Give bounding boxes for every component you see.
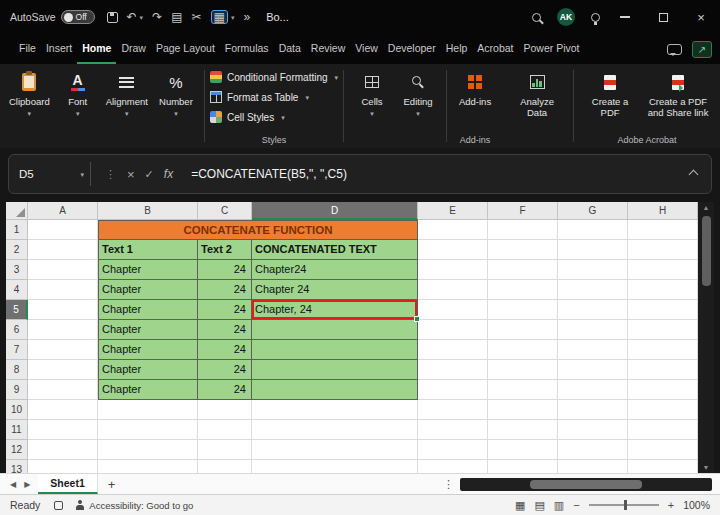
cell[interactable] [198, 460, 252, 473]
cell-C5[interactable]: 24 [198, 300, 252, 320]
minimize-button[interactable] [606, 0, 644, 34]
cell[interactable] [488, 400, 558, 420]
row-header-12[interactable]: 12 [6, 440, 28, 460]
conditional-formatting-button[interactable]: Conditional Formatting ▾ [210, 68, 338, 86]
col-header-H[interactable]: H [628, 202, 698, 220]
zoom-slider[interactable] [589, 504, 659, 506]
zoom-level[interactable]: 100% [683, 499, 710, 511]
cell[interactable] [488, 240, 558, 260]
cell[interactable] [558, 400, 628, 420]
cell[interactable] [98, 440, 198, 460]
create-pdf-share-button[interactable]: Create a PDF and Share link [641, 68, 715, 122]
cell[interactable] [418, 300, 488, 320]
cell[interactable] [28, 380, 98, 400]
tab-view[interactable]: View [350, 34, 383, 64]
cell[interactable] [28, 220, 98, 240]
cut-icon[interactable]: ✂ [192, 11, 202, 23]
number-group-button[interactable]: % Number ▾ [153, 68, 199, 146]
maximize-button[interactable] [644, 0, 682, 34]
cell[interactable] [28, 420, 98, 440]
row-header-6[interactable]: 6 [6, 320, 28, 340]
cell-B9[interactable]: Chapter [98, 380, 198, 400]
more-dots-icon[interactable]: ⋮ [443, 474, 454, 494]
cell[interactable] [558, 300, 628, 320]
cell-B5[interactable]: Chapter [98, 300, 198, 320]
insert-function-icon[interactable]: fx [164, 167, 173, 181]
cell-D8[interactable] [252, 360, 418, 380]
analyze-data-button[interactable]: Analyze Data [506, 68, 568, 146]
row-header-13[interactable]: 13 [6, 460, 28, 473]
cell[interactable] [418, 380, 488, 400]
cell-C9[interactable]: 24 [198, 380, 252, 400]
horizontal-scrollbar[interactable] [460, 478, 712, 491]
alignment-group-button[interactable]: Alignment ▾ [101, 68, 153, 146]
col-header-F[interactable]: F [488, 202, 558, 220]
sheet-tab-sheet1[interactable]: Sheet1 [38, 474, 97, 494]
paste-icon[interactable]: ▦ [211, 10, 228, 24]
cell[interactable] [98, 460, 198, 473]
vertical-scrollbar-thumb[interactable] [702, 216, 711, 286]
cell[interactable] [558, 240, 628, 260]
cell[interactable] [28, 240, 98, 260]
page-break-view-icon[interactable]: ▥ [554, 500, 564, 511]
cell[interactable] [198, 400, 252, 420]
cell[interactable] [558, 220, 628, 240]
cell[interactable] [628, 220, 698, 240]
cell[interactable] [558, 380, 628, 400]
cell[interactable] [488, 220, 558, 240]
cell[interactable] [628, 280, 698, 300]
cell[interactable] [488, 340, 558, 360]
row-header-5[interactable]: 5 [6, 300, 28, 320]
col-header-D[interactable]: D [252, 202, 418, 220]
cell[interactable] [98, 400, 198, 420]
undo-chevron-icon[interactable]: ▾ [140, 14, 144, 21]
tab-review[interactable]: Review [306, 34, 350, 64]
cell[interactable] [558, 280, 628, 300]
name-box[interactable]: D5 ▾ [19, 162, 91, 186]
cell[interactable] [488, 320, 558, 340]
cell[interactable] [198, 420, 252, 440]
cell[interactable] [628, 300, 698, 320]
scroll-up-icon[interactable]: ▲ [703, 204, 710, 211]
cell[interactable] [418, 420, 488, 440]
enter-icon[interactable]: ✓ [145, 168, 154, 181]
format-as-table-button[interactable]: Format as Table ▾ [210, 88, 338, 106]
tab-home[interactable]: Home [77, 34, 116, 64]
horizontal-scrollbar-thumb[interactable] [530, 480, 642, 489]
prev-sheet-icon[interactable]: ◀ [10, 480, 16, 489]
cell[interactable] [488, 280, 558, 300]
cell[interactable] [488, 360, 558, 380]
cell-D2[interactable]: CONCATENATED TEXT [252, 240, 418, 260]
cell[interactable] [252, 400, 418, 420]
cell[interactable] [628, 260, 698, 280]
cell-C4[interactable]: 24 [198, 280, 252, 300]
cell[interactable] [418, 220, 488, 240]
row-header-9[interactable]: 9 [6, 380, 28, 400]
cell-D7[interactable] [252, 340, 418, 360]
cell[interactable] [28, 440, 98, 460]
cell-C7[interactable]: 24 [198, 340, 252, 360]
fill-handle[interactable] [414, 316, 420, 322]
addins-button[interactable]: Add-ins [452, 68, 498, 110]
cell-D9[interactable] [252, 380, 418, 400]
zoom-slider-thumb[interactable] [624, 500, 627, 510]
cell-B1-merged-title[interactable]: CONCATENATE FUNCTION [98, 220, 418, 240]
collapse-formula-bar-icon[interactable] [689, 169, 699, 179]
col-header-B[interactable]: B [98, 202, 198, 220]
row-header-2[interactable]: 2 [6, 240, 28, 260]
cell[interactable] [418, 260, 488, 280]
scroll-down-icon[interactable]: ▼ [703, 464, 710, 471]
row-header-11[interactable]: 11 [6, 420, 28, 440]
cell[interactable] [558, 360, 628, 380]
cell[interactable] [628, 400, 698, 420]
cell[interactable] [252, 460, 418, 473]
paste-chevron-icon[interactable]: ▾ [231, 14, 235, 21]
tab-file[interactable]: File [14, 34, 41, 64]
col-header-A[interactable]: A [28, 202, 98, 220]
tab-developer[interactable]: Developer [383, 34, 441, 64]
cell[interactable] [628, 340, 698, 360]
share-button[interactable]: ↗ [692, 41, 712, 58]
cell[interactable] [628, 420, 698, 440]
cell[interactable] [628, 240, 698, 260]
comments-icon[interactable] [667, 44, 682, 55]
